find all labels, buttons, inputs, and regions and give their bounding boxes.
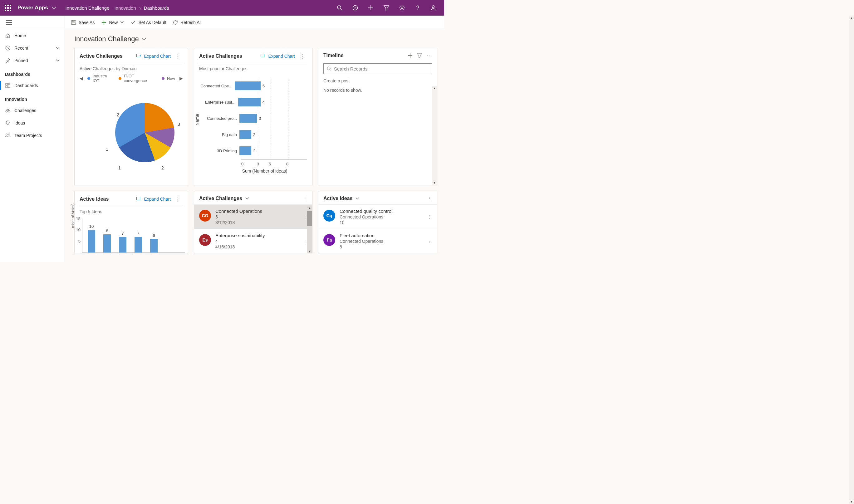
list-item-more[interactable]: ⋮ (428, 239, 432, 244)
expand-chart-button[interactable]: Expand Chart (137, 197, 171, 202)
legend-item[interactable]: Industry IOT (87, 74, 114, 83)
list-item-title: Fleet automation (340, 233, 383, 238)
svg-point-14 (8, 134, 10, 136)
scroll-down-icon[interactable]: ▼ (433, 181, 436, 184)
nav-ideas[interactable]: Ideas (0, 117, 65, 129)
expand-chart-label: Expand Chart (268, 54, 295, 59)
nav-team-projects[interactable]: Team Projects (0, 129, 65, 142)
add-button[interactable] (363, 0, 379, 16)
bar-chart[interactable]: Name Connected Ope... 5 Enterpri (194, 72, 312, 185)
nav-challenges[interactable]: Challenges (0, 104, 65, 117)
nav-team-projects-label: Team Projects (14, 133, 42, 138)
list-item-meta: Connected Operations (340, 214, 392, 219)
nav-recent[interactable]: Recent (0, 42, 65, 54)
pie-value: 2 (117, 112, 119, 118)
avatar: Cq (323, 210, 335, 221)
help-button[interactable] (410, 0, 425, 16)
legend-next[interactable]: ▶ (179, 76, 183, 81)
list-item-more[interactable]: ⋮ (428, 214, 432, 219)
card-more-button[interactable]: ⋮ (171, 196, 183, 202)
list-item-more[interactable]: ⋮ (303, 239, 307, 244)
expand-chart-label: Expand Chart (144, 197, 171, 202)
save-as-icon (71, 20, 76, 25)
nav-home[interactable]: Home (0, 29, 65, 42)
chevron-down-icon[interactable] (120, 21, 124, 24)
app-chevron[interactable] (50, 6, 60, 10)
target-icon (352, 5, 358, 11)
svg-rect-17 (72, 23, 75, 24)
timeline-add-button[interactable] (408, 53, 413, 58)
timeline-search-input[interactable] (334, 66, 429, 71)
task-button[interactable] (348, 0, 363, 16)
waffle-icon (5, 5, 11, 11)
set-default-button[interactable]: Set As Default (131, 20, 166, 25)
search-icon (327, 67, 332, 71)
legend-item[interactable]: IT/OT convergence (119, 74, 157, 83)
filter-button[interactable] (379, 0, 394, 16)
pie-chart[interactable]: 3 2 1 1 2 (75, 84, 188, 185)
list-item-more[interactable]: ⋮ (303, 214, 307, 219)
nav-group-dashboards: Dashboards (0, 67, 65, 79)
card-title: Active Challenges (199, 53, 242, 59)
nav-dashboards[interactable]: Dashboards (0, 79, 65, 92)
list-item-meta: 3/12/2018 (215, 220, 262, 225)
scroll-up-icon[interactable]: ▲ (433, 87, 436, 90)
timeline-more-button[interactable]: ⋯ (426, 53, 432, 58)
svg-point-13 (6, 134, 7, 136)
dashboard-grid[interactable]: Active Challenges Expand Chart ⋮ Active … (65, 45, 444, 262)
page-title: Innovation Challenge (74, 35, 139, 43)
list-more-button[interactable]: ⋮ (303, 196, 307, 201)
new-label: New (109, 20, 118, 25)
timeline-search[interactable] (323, 64, 432, 74)
page-title-chevron[interactable] (142, 37, 146, 41)
account-button[interactable] (425, 0, 441, 16)
list-item[interactable]: Fa Fleet automation Connected Operations… (318, 229, 437, 253)
list-view-chevron[interactable] (245, 197, 249, 200)
list-view-chevron[interactable] (356, 197, 359, 200)
svg-point-4 (417, 10, 418, 10)
legend-item[interactable]: New (162, 76, 175, 81)
list-item[interactable]: Es Enterprise sustainability 4 4/16/2018… (194, 229, 312, 253)
save-as-button[interactable]: Save As (71, 20, 94, 25)
card-active-ideas-chart: Active Ideas Expand Chart ⋮ Top 5 Ideas … (74, 191, 188, 253)
card-title: Active Challenges (79, 53, 123, 59)
timeline-empty: No records to show. (318, 86, 437, 94)
environment-name[interactable]: Innovation Challenge (60, 5, 114, 11)
expand-chart-button[interactable]: Expand Chart (137, 54, 171, 59)
settings-button[interactable] (394, 0, 410, 16)
chart-subtitle: Active Challenges by Domain (75, 63, 188, 72)
card-more-button[interactable]: ⋮ (171, 53, 183, 60)
new-button[interactable]: New (102, 20, 124, 25)
timeline-create-post[interactable]: Create a post (318, 76, 437, 86)
chevron-down-icon (52, 6, 56, 10)
expand-chart-label: Expand Chart (144, 54, 171, 59)
pin-icon (5, 58, 11, 64)
app-launcher[interactable] (0, 0, 16, 16)
list-scrollbar[interactable]: ▲ ▼ (307, 206, 312, 253)
card-active-ideas-list: Active Ideas ⋮ Cq Connected quality cont… (318, 191, 437, 253)
collapse-nav-button[interactable] (0, 16, 65, 29)
nav-ideas-label: Ideas (14, 121, 25, 125)
checkmark-icon (131, 20, 136, 25)
svg-rect-7 (6, 83, 7, 85)
list-item-title: Enterprise sustainability (215, 233, 265, 238)
list-item[interactable]: CO Connected Operations 5 3/12/2018 ⋮ (194, 204, 312, 229)
list-item[interactable]: Cq Connected quality control Connected O… (318, 204, 437, 229)
nav-pinned[interactable]: Pinned (0, 54, 65, 67)
expand-chart-button[interactable]: Expand Chart (261, 54, 295, 59)
clock-icon (5, 45, 11, 51)
svg-point-11 (6, 110, 7, 112)
svg-rect-10 (6, 86, 7, 88)
timeline-filter-button[interactable] (417, 53, 422, 58)
list-item-meta: 5 (215, 214, 262, 219)
svg-line-21 (330, 70, 331, 71)
svg-rect-22 (137, 197, 140, 200)
card-more-button[interactable]: ⋮ (295, 53, 307, 60)
legend-prev[interactable]: ◀ (79, 76, 83, 81)
mini-bar-chart[interactable]: mber of Votes) 15 10 5 10 8 7 (75, 215, 188, 253)
refresh-button[interactable]: Refresh All (173, 20, 202, 25)
list-more-button[interactable]: ⋮ (428, 196, 432, 201)
breadcrumb-innovation[interactable]: Innovation (114, 5, 136, 11)
search-button[interactable] (332, 0, 348, 16)
timeline-scrollbar[interactable]: ▲ ▼ (432, 86, 437, 185)
